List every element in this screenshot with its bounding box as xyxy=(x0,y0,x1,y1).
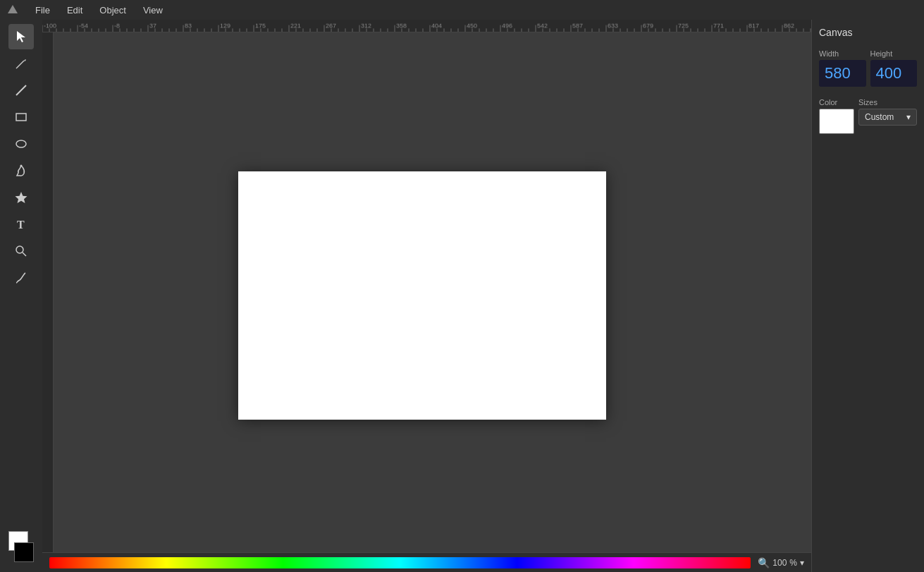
svg-line-4 xyxy=(16,85,26,95)
canvas-area: 🔍 100 % ▾ xyxy=(42,20,811,572)
pen-tool[interactable] xyxy=(8,158,34,183)
menu-file[interactable]: File xyxy=(28,4,57,17)
zoom-value: 100 xyxy=(772,558,787,568)
zoom-dropdown-arrow[interactable]: ▾ xyxy=(800,558,804,568)
brush-tool[interactable] xyxy=(8,265,34,291)
svg-line-11 xyxy=(23,252,26,256)
color-swatches[interactable] xyxy=(6,531,37,562)
height-field-wrap: Height 400 xyxy=(870,49,918,87)
svg-point-7 xyxy=(20,165,23,167)
select-tool[interactable] xyxy=(8,24,34,49)
svg-line-3 xyxy=(16,68,17,68)
width-label: Width xyxy=(819,49,866,58)
zoom-tool[interactable] xyxy=(8,238,34,264)
toolbar: T xyxy=(0,20,42,572)
background-color[interactable] xyxy=(14,542,34,562)
svg-marker-0 xyxy=(8,5,18,13)
text-tool[interactable]: T xyxy=(8,212,34,237)
height-label: Height xyxy=(870,49,918,58)
svg-point-6 xyxy=(16,140,26,147)
menubar: File Edit Object View xyxy=(0,0,924,20)
rectangle-tool[interactable] xyxy=(8,104,34,130)
pencil-tool[interactable] xyxy=(8,51,34,76)
ellipse-tool[interactable] xyxy=(8,131,34,157)
width-input[interactable]: 580 xyxy=(819,60,866,87)
vertical-ruler xyxy=(42,32,53,552)
canvas-white xyxy=(238,171,606,420)
width-field-wrap: Width 580 xyxy=(819,49,866,87)
svg-point-10 xyxy=(16,246,23,253)
zoom-control: 🔍 100 % ▾ xyxy=(758,557,804,568)
menu-edit[interactable]: Edit xyxy=(60,4,90,17)
svg-marker-1 xyxy=(17,31,25,42)
zoom-icon: 🔍 xyxy=(758,557,770,568)
color-section: Color xyxy=(819,98,854,134)
svg-text:T: T xyxy=(17,219,25,231)
panel-title: Canvas xyxy=(819,27,917,38)
right-panel: Canvas Width 580 Height 400 Color Sizes … xyxy=(811,20,924,572)
sizes-section: Sizes Custom ▾ xyxy=(858,98,917,126)
dimensions-group: Width 580 Height 400 xyxy=(819,49,917,87)
menu-view[interactable]: View xyxy=(136,4,170,17)
sizes-label: Sizes xyxy=(858,98,917,107)
color-sizes-row: Color Sizes Custom ▾ xyxy=(819,98,917,134)
canvas-color-swatch[interactable] xyxy=(819,109,854,134)
drawing-area[interactable] xyxy=(54,32,811,552)
main-layout: T xyxy=(0,20,924,572)
star-tool[interactable] xyxy=(8,185,34,210)
sizes-value: Custom xyxy=(865,112,894,122)
ruler-left xyxy=(42,32,54,552)
height-input[interactable]: 400 xyxy=(870,60,918,87)
zoom-percent: % xyxy=(789,558,797,568)
bottom-bar: 🔍 100 % ▾ xyxy=(42,552,811,572)
sizes-dropdown-arrow: ▾ xyxy=(906,112,911,122)
svg-rect-5 xyxy=(16,114,26,121)
menu-object[interactable]: Object xyxy=(92,4,133,17)
svg-line-2 xyxy=(17,61,24,68)
horizontal-ruler xyxy=(42,20,811,32)
line-tool[interactable] xyxy=(8,78,34,103)
sizes-dropdown[interactable]: Custom ▾ xyxy=(858,109,917,126)
ruler-top xyxy=(42,20,811,32)
color-label: Color xyxy=(819,98,854,107)
app-icon xyxy=(6,3,20,17)
svg-marker-8 xyxy=(16,192,27,203)
canvas-viewport xyxy=(42,32,811,552)
color-palette[interactable] xyxy=(49,557,751,568)
